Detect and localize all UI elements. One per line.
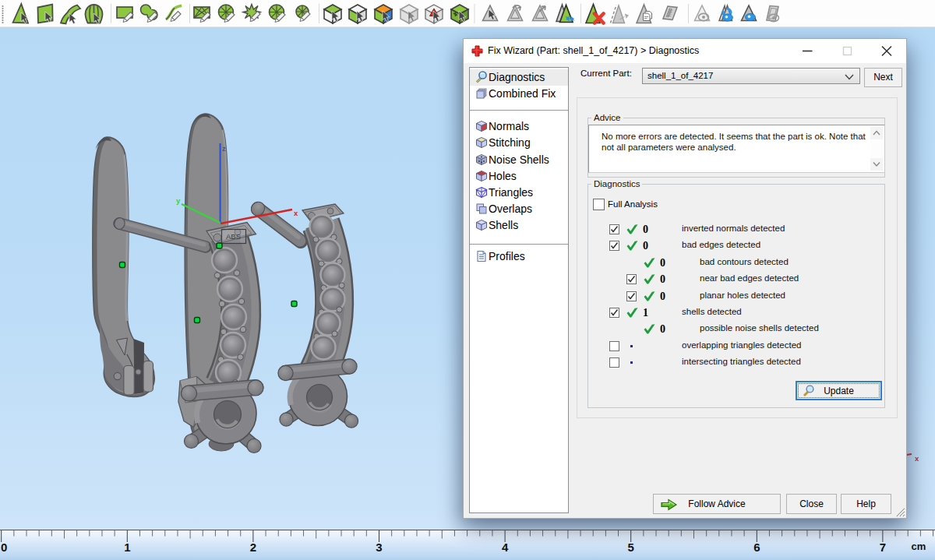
svg-text:x: x: [294, 209, 298, 217]
svg-text:y: y: [176, 196, 181, 205]
svg-text:x: x: [915, 454, 919, 463]
svg-text:ABS: ABS: [226, 232, 241, 241]
svg-text:z: z: [222, 145, 226, 153]
